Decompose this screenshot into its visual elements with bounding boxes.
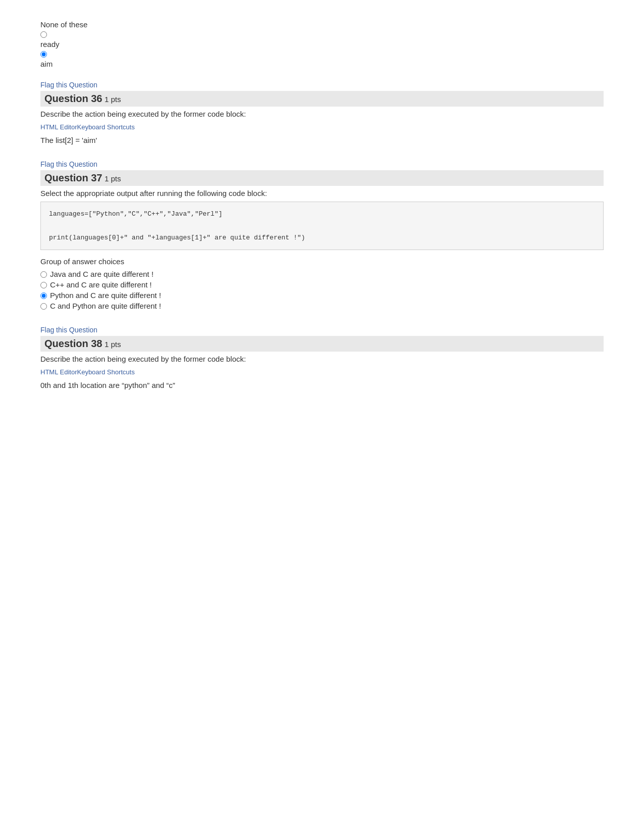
question-36-section: Flag this Question Question 36 1 pts Des… [40, 80, 604, 144]
question-37-description: Select the appropriate output after runn… [40, 189, 604, 198]
question-38-description: Describe the action being executed by th… [40, 355, 604, 363]
ready-option-row [40, 50, 604, 58]
question-36-pts: 1 pts [105, 95, 121, 104]
question-36-description: Describe the action being executed by th… [40, 110, 604, 118]
option-37-d-label: C and Python are quite different ! [50, 302, 161, 310]
none-option-row [40, 30, 604, 38]
radio-37-c[interactable] [40, 292, 47, 299]
none-of-these-label: None of these [40, 20, 604, 29]
question-38-number: Question 38 [44, 338, 102, 349]
option-37-c-label: Python and C are quite different ! [50, 291, 161, 300]
html-editor-link-36[interactable]: HTML Editor [40, 123, 77, 131]
question-38-section: Flag this Question Question 38 1 pts Des… [40, 325, 604, 389]
aim-label: aim [40, 60, 604, 68]
question-37-section: Flag this Question Question 37 1 pts Sel… [40, 160, 604, 310]
option-37-a: Java and C are quite different ! [40, 270, 604, 278]
html-editor-link-38[interactable]: HTML Editor [40, 368, 77, 376]
question-38-editor-links: HTML EditorKeyboard Shortcuts [40, 367, 604, 376]
question-37-pts: 1 pts [105, 174, 121, 183]
option-37-b: C++ and C are quite different ! [40, 280, 604, 289]
question-37-number: Question 37 [44, 172, 102, 183]
ready-label: ready [40, 40, 604, 48]
question-37-header: Question 37 1 pts [40, 170, 604, 186]
keyboard-shortcuts-link-36[interactable]: Keyboard Shortcuts [77, 123, 134, 131]
question-37-code: languages=["Python","C","C++","Java","Pe… [40, 202, 604, 250]
option-37-b-label: C++ and C are quite different ! [50, 280, 152, 289]
question-36-number: Question 36 [44, 93, 102, 104]
option-37-d: C and Python are quite different ! [40, 302, 604, 310]
question-36-answer: The list[2] = 'aim' [40, 136, 604, 144]
flag-question-36-link[interactable]: Flag this Question [40, 81, 97, 89]
ready-radio[interactable] [40, 51, 47, 58]
question-37-group-label: Group of answer choices [40, 257, 604, 266]
none-radio[interactable] [40, 31, 47, 38]
flag-question-37-link[interactable]: Flag this Question [40, 160, 97, 168]
flag-question-38-link[interactable]: Flag this Question [40, 326, 97, 334]
radio-37-a[interactable] [40, 271, 47, 278]
radio-37-d[interactable] [40, 303, 47, 310]
keyboard-shortcuts-link-38[interactable]: Keyboard Shortcuts [77, 368, 134, 376]
radio-37-b[interactable] [40, 282, 47, 288]
question-38-pts: 1 pts [105, 340, 121, 349]
top-answers-section: None of these ready aim [40, 20, 604, 68]
option-37-a-label: Java and C are quite different ! [50, 270, 154, 278]
question-38-answer: 0th and 1th location are “python” and “c… [40, 381, 604, 389]
question-38-header: Question 38 1 pts [40, 336, 604, 352]
option-37-c: Python and C are quite different ! [40, 291, 604, 300]
question-36-editor-links: HTML EditorKeyboard Shortcuts [40, 122, 604, 131]
question-36-header: Question 36 1 pts [40, 91, 604, 107]
